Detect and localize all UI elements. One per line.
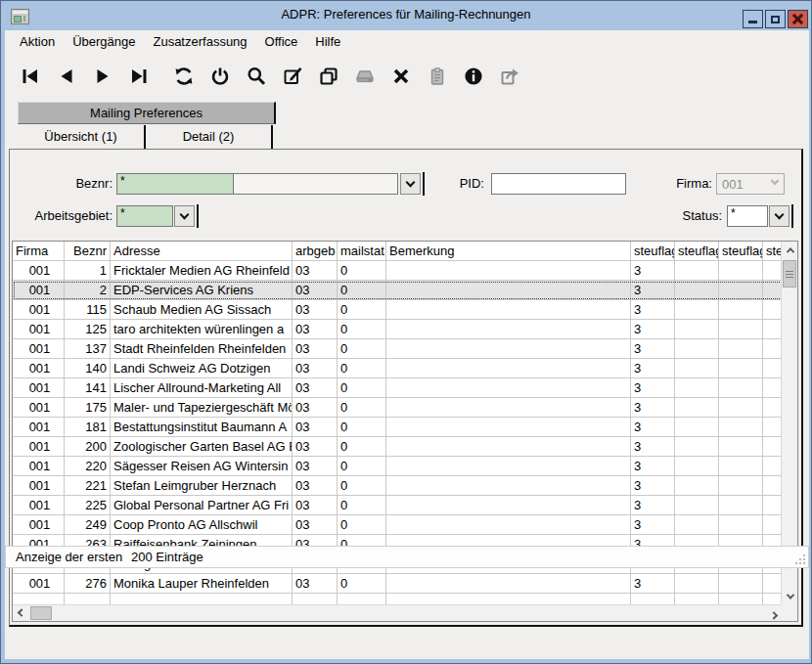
table-cell: 3	[631, 281, 675, 300]
table-cell	[675, 378, 719, 398]
app-window: ADPR: Preferences für Mailing-Rechnungen…	[0, 0, 812, 664]
table-cell: 0	[338, 437, 386, 457]
table-cell	[386, 457, 631, 476]
column-header[interactable]: steuflag	[675, 242, 719, 261]
vertical-scroll-thumb[interactable]	[783, 260, 796, 288]
scroll-down-icon[interactable]	[782, 588, 798, 604]
nav-previous-icon[interactable]	[55, 65, 78, 88]
table-cell: Stefan Leimgruber Herznach	[111, 476, 293, 496]
pid-input[interactable]	[491, 173, 626, 195]
beznr-input[interactable]: *	[116, 173, 234, 195]
menu-hilfe[interactable]: Hilfe	[306, 32, 349, 51]
menu-uebergaenge[interactable]: Übergänge	[64, 32, 144, 51]
minimize-button[interactable]	[743, 10, 763, 28]
table-row[interactable]: 0012EDP-Services AG Kriens0303	[13, 281, 782, 300]
table-row[interactable]: 001220Sägesser Reisen AG Wintersin0303	[13, 457, 782, 476]
table-row[interactable]: 001140Landi Schweiz AG Dotzigen0303	[13, 359, 782, 378]
table-cell	[719, 320, 763, 339]
table-cell	[675, 515, 719, 535]
info-icon[interactable]	[462, 65, 485, 88]
nav-next-icon[interactable]	[91, 65, 114, 88]
status-input[interactable]: *	[727, 205, 768, 227]
table-row[interactable]: 001200Zoologischer Garten Basel AG B0303	[13, 437, 782, 457]
table-cell	[763, 378, 782, 398]
table-cell: 0	[338, 398, 386, 418]
maximize-button[interactable]	[765, 10, 786, 28]
table-cell	[675, 281, 719, 300]
table-row[interactable]: 001221Stefan Leimgruber Herznach0303	[13, 476, 782, 496]
table-cell	[763, 574, 782, 594]
table-row[interactable]: 001137Stadt Rheinfelden Rheinfelden0303	[13, 339, 782, 359]
table-row[interactable]: 0011Fricktaler Medien AG Rheinfeld0303	[13, 261, 782, 281]
table-row[interactable]: 001225Global Personal Partner AG Fri0303	[13, 496, 782, 515]
scroll-left-icon[interactable]	[13, 605, 29, 622]
table-cell: 03	[293, 320, 338, 339]
arbeitsgebiet-dropdown-button[interactable]	[174, 205, 195, 227]
table-row[interactable]: 001249Coop Pronto AG Allschwil0303	[13, 515, 782, 535]
empty-row	[13, 594, 782, 604]
table-cell	[386, 359, 631, 378]
table-cell	[386, 437, 631, 457]
scroll-right-icon[interactable]	[765, 605, 782, 622]
tab-uebersicht[interactable]: Übersicht (1)	[18, 125, 146, 150]
arbeitsgebiet-input[interactable]: *	[116, 205, 173, 227]
status-dropdown-button[interactable]	[769, 205, 789, 227]
refresh-icon[interactable]	[172, 65, 196, 88]
table-cell: 0	[338, 574, 386, 594]
delete-icon[interactable]	[389, 65, 413, 88]
copy-icon[interactable]	[317, 65, 340, 88]
table-cell: 3	[631, 418, 675, 437]
column-header[interactable]: Beznr	[65, 242, 111, 261]
table-cell: 175	[65, 398, 111, 418]
menu-office[interactable]: Office	[256, 32, 307, 51]
table-cell	[719, 437, 763, 457]
resize-grip-icon[interactable]	[795, 554, 805, 564]
table-row[interactable]: 001115Schaub Medien AG Sissach0303	[13, 300, 782, 320]
column-header[interactable]: Bemerkung	[386, 242, 631, 261]
column-header[interactable]: mailstat	[338, 242, 386, 261]
power-icon[interactable]	[208, 65, 232, 88]
table-cell	[763, 398, 782, 418]
table-cell	[719, 281, 763, 300]
table-cell	[763, 339, 782, 359]
horizontal-scrollbar[interactable]	[13, 604, 782, 621]
menu-zusatzerfassung[interactable]: Zusatzerfassung	[144, 32, 255, 51]
horizontal-scroll-thumb[interactable]	[30, 606, 52, 620]
edit-icon[interactable]	[281, 65, 304, 88]
tab-detail[interactable]: Detail (2)	[146, 125, 273, 150]
close-button[interactable]	[788, 10, 808, 28]
beznr-dropdown-button[interactable]	[400, 173, 421, 195]
table-cell: Sägesser Reisen AG Wintersin	[111, 457, 293, 476]
nav-first-icon[interactable]	[19, 65, 42, 88]
nav-last-icon[interactable]	[127, 65, 151, 88]
mailing-preferences-button[interactable]: Mailing Preferences	[18, 102, 276, 124]
table-row[interactable]: 001276Monika Lauper Rheinfelden0303	[13, 574, 782, 594]
column-header[interactable]: arbgeb	[293, 242, 338, 261]
column-header[interactable]: Firma	[13, 242, 65, 261]
table-row[interactable]: 001125taro architekten würenlingen a0303	[13, 320, 782, 339]
clipboard-icon	[426, 65, 449, 88]
table-row[interactable]: 001175Maler- und Tapeziergeschäft Mö0303	[13, 398, 782, 418]
table-cell: 3	[631, 378, 675, 398]
menu-aktion[interactable]: Aktion	[11, 32, 64, 51]
table-cell: 220	[65, 457, 111, 476]
table-cell: 3	[631, 437, 675, 457]
search-icon[interactable]	[245, 65, 268, 88]
table-cell: 3	[631, 300, 675, 320]
table-cell: Stadt Rheinfelden Rheinfelden	[111, 339, 293, 359]
table-row[interactable]: 001181Bestattungsinstitut Baumann A0303	[13, 418, 782, 437]
column-header[interactable]: steuflag	[719, 242, 763, 261]
table-cell: Coop Pronto AG Allschwil	[111, 515, 293, 535]
table-cell: 0	[338, 476, 386, 496]
table-cell: 3	[631, 398, 675, 418]
column-header[interactable]: ste	[763, 242, 782, 261]
table-cell: 03	[293, 418, 338, 437]
column-header[interactable]: Adresse	[111, 242, 293, 261]
table-cell: 3	[631, 515, 675, 535]
column-header[interactable]: steuflag	[631, 242, 675, 261]
table-cell	[675, 496, 719, 515]
table-cell: 3	[631, 261, 675, 281]
table-row[interactable]: 001141Lischer Allround-Marketing All0303	[13, 378, 782, 398]
scroll-up-icon[interactable]	[782, 242, 798, 258]
table-cell	[763, 300, 782, 320]
